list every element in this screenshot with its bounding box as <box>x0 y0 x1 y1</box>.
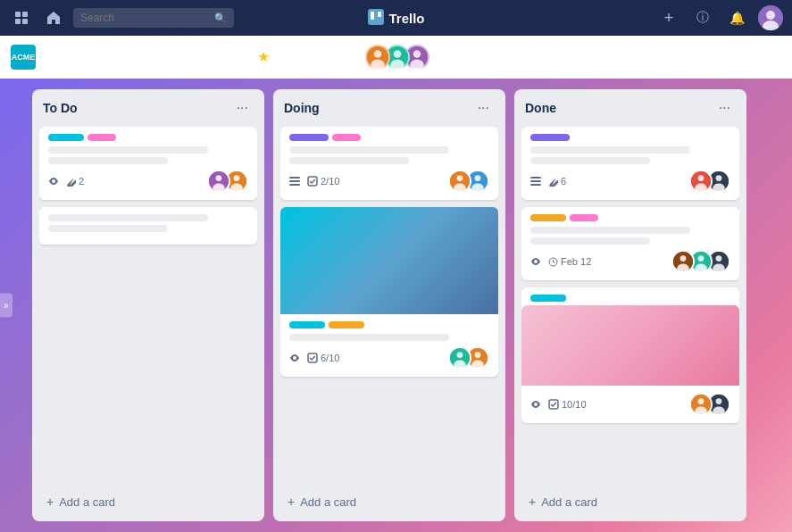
card-attach: 6 <box>548 176 566 187</box>
svg-point-15 <box>374 50 382 58</box>
card-line <box>48 225 168 232</box>
member-avatar-1[interactable] <box>365 45 390 70</box>
card-line <box>530 146 690 154</box>
column-more-doing[interactable]: ··· <box>472 98 495 118</box>
card-line <box>530 237 650 245</box>
card-meta: 2 <box>48 176 84 187</box>
member-avatar[interactable] <box>207 170 230 193</box>
svg-point-57 <box>680 255 687 262</box>
add-card-button-todo[interactable]: + Add a card <box>39 489 257 514</box>
card-doing-2[interactable]: 6/10 <box>280 207 498 377</box>
card-title-lines <box>48 214 248 232</box>
member-avatar[interactable] <box>448 170 471 193</box>
card-meta: 6/10 <box>289 353 339 363</box>
svg-rect-2 <box>15 19 21 24</box>
svg-point-51 <box>695 184 707 193</box>
label-purple <box>289 134 329 141</box>
workspace-button[interactable]: Acme, Inc. <box>288 47 357 67</box>
card-line <box>48 157 168 164</box>
invite-button[interactable]: Invite <box>458 47 505 67</box>
top-nav: 🔍 Trello + ⓘ 🔔 <box>0 0 792 36</box>
card-checklist: 2/10 <box>307 176 339 187</box>
svg-point-34 <box>457 175 463 181</box>
card-cover-pink <box>521 305 739 386</box>
board-view-button[interactable]: Board ▾ <box>45 47 110 67</box>
label-pink <box>88 134 116 141</box>
card-footer: 2 <box>48 170 248 193</box>
card-todo-1[interactable]: 2 <box>39 127 257 200</box>
card-title-lines <box>289 146 489 164</box>
svg-point-38 <box>471 184 484 193</box>
header-more-button[interactable]: ··· <box>689 49 701 65</box>
grid-icon[interactable] <box>9 5 34 30</box>
card-members <box>448 170 489 193</box>
add-card-label: Add a card <box>300 495 356 509</box>
label-teal <box>48 134 84 141</box>
card-members <box>671 250 730 273</box>
svg-point-8 <box>766 11 775 20</box>
card-doing-1[interactable]: 2/10 <box>280 127 498 200</box>
card-meta: 6 <box>530 176 566 187</box>
member-avatar[interactable] <box>671 250 695 273</box>
svg-point-27 <box>234 175 240 181</box>
member-avatar[interactable] <box>689 393 713 416</box>
svg-rect-4 <box>367 9 383 25</box>
member-avatars: +12 <box>365 45 449 70</box>
label-pink <box>332 134 361 141</box>
svg-point-54 <box>713 184 725 193</box>
svg-rect-29 <box>289 177 300 179</box>
info-icon[interactable]: ⓘ <box>690 5 715 30</box>
add-card-button-done[interactable]: + Add a card <box>521 489 739 514</box>
column-cards-todo: 2 <box>39 127 257 482</box>
plus-icon: + <box>288 495 295 509</box>
card-members <box>448 346 489 370</box>
plus-icon: + <box>46 495 54 509</box>
card-cover-gradient <box>521 305 739 386</box>
card-line <box>530 157 650 164</box>
add-icon[interactable]: + <box>656 5 681 30</box>
column-cards-done: 6 <box>521 127 739 482</box>
member-avatar[interactable] <box>689 170 713 193</box>
card-members <box>689 393 730 416</box>
card-checklist: 10/10 <box>548 399 587 410</box>
card-labels <box>289 321 489 328</box>
attach-count: 6 <box>561 176 566 187</box>
card-labels <box>530 214 730 221</box>
label-yellow <box>530 214 566 221</box>
add-card-button-doing[interactable]: + Add a card <box>280 489 498 514</box>
card-footer: 6 <box>530 170 730 193</box>
user-avatar[interactable] <box>758 5 783 30</box>
trello-logo-icon <box>367 9 383 28</box>
card-labels <box>530 295 730 302</box>
column-header-doing: Doing ··· <box>280 96 498 120</box>
card-line <box>289 334 449 341</box>
card-done-2[interactable]: Feb 12 <box>521 207 739 280</box>
column-cards-doing: 2/10 <box>280 127 498 482</box>
svg-point-35 <box>454 184 466 193</box>
label-teal <box>289 321 325 328</box>
home-icon[interactable] <box>41 5 66 30</box>
label-yellow <box>329 321 364 328</box>
card-done-3[interactable]: 10/10 <box>521 287 739 423</box>
app-title: Trello <box>388 11 424 26</box>
card-line <box>48 146 208 154</box>
column-more-done[interactable]: ··· <box>713 98 736 118</box>
card-title-lines <box>48 146 248 164</box>
label-purple <box>530 134 570 141</box>
collapse-toggle[interactable]: » <box>0 294 13 318</box>
header-search-input[interactable] <box>710 47 781 67</box>
card-footer: 10/10 <box>530 393 730 416</box>
checklist-count: 10/10 <box>562 399 587 410</box>
date-label: Feb 12 <box>561 256 591 267</box>
member-avatar[interactable] <box>448 346 471 370</box>
column-more-todo[interactable]: ··· <box>231 98 254 118</box>
card-eye <box>530 399 541 410</box>
star-icon[interactable]: ★ <box>257 48 270 65</box>
svg-point-28 <box>230 184 243 193</box>
workspace-icon[interactable]: ACME <box>11 45 36 70</box>
card-todo-2[interactable] <box>39 207 257 245</box>
card-date: Feb 12 <box>548 256 591 267</box>
search-input[interactable] <box>73 8 234 28</box>
bell-icon[interactable]: 🔔 <box>724 5 749 30</box>
card-done-1[interactable]: 6 <box>521 127 739 200</box>
